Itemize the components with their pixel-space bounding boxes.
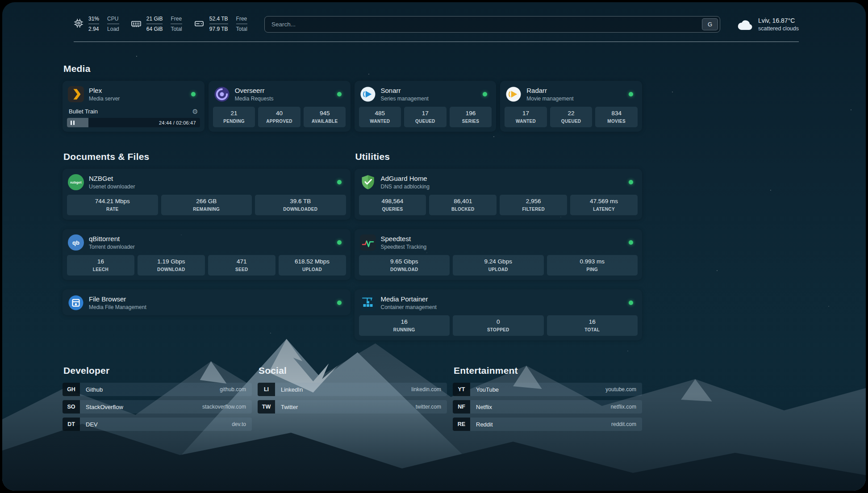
bookmark-url: reddit.com (611, 421, 642, 427)
plex-progress-bar[interactable]: 24:44 / 02:06:47 (67, 118, 200, 127)
portainer-icon (360, 295, 376, 311)
service-card-qbittorrent[interactable]: qb qBittorrent Torrent downloader 16 (63, 229, 351, 280)
service-name: Overseerr (235, 87, 274, 94)
bookmark-url: linkedin.com (411, 386, 447, 393)
qbittorrent-icon: qb (68, 234, 84, 251)
bookmark-name: Netflix (476, 404, 492, 410)
bookmark-url: netflix.com (611, 404, 642, 410)
bookmark-netflix[interactable]: NF Netflix netflix.com (453, 400, 642, 414)
stat-filtered: 2,956 FILTERED (500, 195, 567, 215)
stat-series: 196 SERIES (450, 107, 492, 127)
service-card-sonarr[interactable]: Sonarr Series management 485 WANTED (355, 81, 497, 132)
search-input[interactable] (264, 16, 720, 33)
section-social: Social LI LinkedIn linkedin.com TW Twitt… (258, 365, 447, 431)
bookmark-name: Github (86, 386, 103, 393)
weather-widget: Lviv, 16.87°C scattered clouds (737, 17, 799, 32)
stat-download: 9.65 Gbps DOWNLOAD (359, 255, 450, 276)
cpu-percent: 31% (88, 15, 99, 24)
section-entertainment: Entertainment YT YouTube youtube.com NF … (453, 365, 642, 431)
disk-total-value: 97.9 TB (209, 25, 228, 34)
bookmark-url: dev.to (232, 421, 252, 427)
status-indicator (629, 301, 633, 305)
bookmark-url: youtube.com (605, 386, 642, 393)
stat-latency: 47.569 ms LATENCY (570, 195, 638, 215)
bookmark-stackoverflow[interactable]: SO StackOverflow stackoverflow.com (63, 400, 252, 414)
search-bar: G (264, 16, 720, 33)
service-description: Container management (381, 304, 437, 310)
bookmark-youtube[interactable]: YT YouTube youtube.com (453, 383, 642, 396)
status-indicator (629, 180, 633, 184)
service-description: Series management (381, 96, 429, 102)
playback-time: 24:44 / 02:06:47 (159, 120, 196, 125)
service-card-speedtest[interactable]: Speedtest Speedtest Tracking 9.65 Gbps D… (355, 229, 643, 280)
memory-total-value: 64 GiB (146, 25, 163, 34)
stat-downloaded: 39.6 TB DOWNLOADED (255, 195, 346, 215)
stat-download: 1.19 Gbps DOWNLOAD (138, 255, 205, 276)
bookmark-reddit[interactable]: RE Reddit reddit.com (453, 418, 642, 431)
bookmark-name: Reddit (476, 421, 493, 428)
pause-icon[interactable] (71, 121, 75, 125)
cpu-label: CPU (107, 15, 119, 24)
status-indicator (337, 240, 342, 245)
service-name: NZBGet (89, 175, 135, 182)
stat-remaining: 266 GB REMAINING (161, 195, 252, 215)
weather-condition: scattered clouds (758, 25, 799, 32)
service-card-portainer[interactable]: Media Portainer Container management 16 … (355, 289, 643, 340)
memory-widget: 21 GiB Free 64 GiB Total (131, 15, 182, 34)
bookmark-linkedin[interactable]: LI LinkedIn linkedin.com (258, 383, 447, 396)
status-indicator (337, 180, 342, 184)
section-title-entertainment: Entertainment (454, 365, 642, 376)
section-developer: Developer GH Github github.com SO StackO… (63, 365, 252, 431)
bookmark-abbr: SO (63, 400, 80, 414)
section-documents: Documents & Files nzbget NZBGet Usenet d… (63, 151, 351, 340)
stat-approved: 40 APPROVED (258, 107, 300, 127)
service-description: Media server (89, 96, 120, 102)
bookmark-name: YouTube (476, 386, 499, 393)
service-card-plex[interactable]: Plex Media server Bullet Train ⚙ (63, 81, 204, 132)
service-card-nzbget[interactable]: nzbget NZBGet Usenet downloader 744.21 M… (63, 169, 351, 220)
topbar: 31% CPU 2.94 Load 21 GiB Free 64 GiB (74, 15, 799, 42)
section-title-utilities: Utilities (355, 151, 643, 162)
disk-free-label: Free (236, 15, 247, 24)
plex-now-playing: Bullet Train ⚙ 24:44 / 02:06:47 (67, 108, 200, 127)
status-indicator (629, 92, 633, 96)
speedtest-icon (360, 234, 376, 251)
bookmark-twitter[interactable]: TW Twitter twitter.com (258, 400, 447, 414)
service-card-radarr[interactable]: Radarr Movie management 17 WANTED 2 (500, 81, 642, 132)
search-provider-button[interactable]: G (702, 18, 718, 30)
service-description: Speedtest Tracking (381, 244, 427, 250)
stat-wanted: 485 WANTED (359, 107, 401, 127)
service-card-overseerr[interactable]: Overseerr Media Requests 21 PENDING (209, 81, 351, 132)
bookmark-url: twitter.com (416, 404, 447, 410)
plex-icon (68, 86, 84, 102)
bookmark-name: StackOverflow (86, 404, 123, 410)
section-title-developer: Developer (63, 365, 252, 376)
bookmark-abbr: NF (453, 400, 470, 414)
status-indicator (191, 92, 196, 96)
service-description: DNS and adblocking (381, 184, 430, 190)
status-indicator (629, 240, 633, 245)
stat-queries: 498,564 QUERIES (359, 195, 426, 215)
gear-icon[interactable]: ⚙ (192, 108, 198, 115)
stat-rate: 744.21 Mbps RATE (67, 195, 158, 215)
bookmark-dev[interactable]: DT DEV dev.to (63, 418, 252, 431)
service-description: Media Requests (235, 96, 274, 102)
disk-icon (194, 18, 204, 29)
status-indicator (483, 92, 487, 96)
bookmark-abbr: TW (258, 400, 275, 414)
disk-total-label: Total (236, 25, 247, 34)
stat-stopped: 0 STOPPED (453, 315, 544, 336)
service-name: File Browser (89, 295, 146, 303)
stat-movies: 834 MOVIES (595, 107, 638, 127)
service-card-filebrowser[interactable]: File Browser Media File Management (63, 289, 351, 315)
service-card-adguard[interactable]: AdGuard Home DNS and adblocking 498,564 … (355, 169, 643, 220)
stat-wanted: 17 WANTED (505, 107, 547, 127)
section-media: Media Plex Media server (63, 63, 642, 132)
stat-queued: 22 QUEUED (550, 107, 593, 127)
bookmark-github[interactable]: GH Github github.com (63, 383, 252, 396)
bookmark-name: Twitter (281, 404, 298, 410)
status-indicator (337, 301, 342, 305)
dashboard-window: 31% CPU 2.94 Load 21 GiB Free 64 GiB (2, 2, 866, 491)
bookmark-abbr: GH (63, 383, 80, 396)
nzbget-icon: nzbget (68, 174, 84, 190)
